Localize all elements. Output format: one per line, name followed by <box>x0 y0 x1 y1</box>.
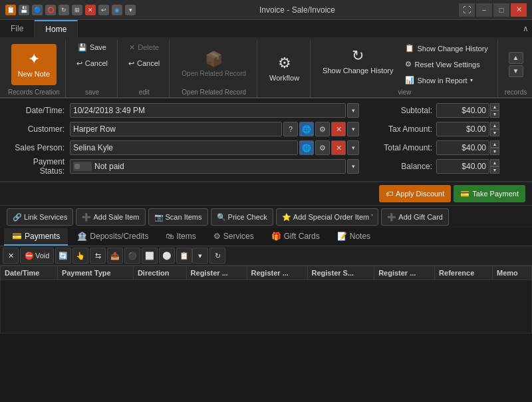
customer-globe-btn[interactable]: 🌐 <box>299 122 314 136</box>
save-button[interactable]: 💾 Save <box>74 40 110 55</box>
tb-save-icon[interactable]: 💾 <box>19 5 29 15</box>
sp-settings-btn[interactable]: ⚙ <box>315 140 330 155</box>
full-screen-btn[interactable]: ⛶ <box>459 3 475 17</box>
subtotal-row: Subtotal: $40.00 ▲ ▼ <box>366 102 525 118</box>
sub-btn7[interactable]: ⚪ <box>159 248 175 264</box>
add-gift-card-button[interactable]: ➕ Add Gift Card <box>381 208 449 226</box>
price-check-button[interactable]: 🔍 Price Check <box>211 208 273 226</box>
payment-status-label: Payment Status: <box>7 157 70 176</box>
link-services-icon: 🔗 <box>13 213 22 222</box>
customer-input[interactable] <box>70 122 282 136</box>
tab-deposits-credits[interactable]: 🏦 Deposits/Credits <box>69 228 156 246</box>
refresh-button[interactable]: ↻ Show Change History <box>317 40 398 81</box>
apply-discount-button[interactable]: 🏷 Apply Discount <box>379 185 451 202</box>
next-record-button[interactable]: ▼ <box>509 65 523 77</box>
link-services-button[interactable]: 🔗 Link Services <box>7 208 73 226</box>
customer-clear-btn[interactable]: ✕ <box>331 122 346 136</box>
new-note-button[interactable]: ✦ New Note <box>11 44 57 85</box>
customer-help-btn[interactable]: ? <box>283 122 298 136</box>
total-down[interactable]: ▼ <box>490 148 499 155</box>
tab-file[interactable]: File <box>0 20 35 37</box>
balance-down[interactable]: ▼ <box>490 166 499 174</box>
sp-globe-btn[interactable]: 🌐 <box>299 140 314 155</box>
total-label: Total Amount: <box>366 143 432 152</box>
notes-tab-icon: 📝 <box>337 232 347 241</box>
datetime-input[interactable] <box>70 103 346 118</box>
sub-refresh-btn[interactable]: ↻ <box>209 248 225 264</box>
open-related-button[interactable]: 📦 Open Related Record <box>176 44 251 85</box>
tax-down[interactable]: ▼ <box>490 129 499 136</box>
balance-up[interactable]: ▲ <box>490 159 499 166</box>
ribbon-collapse-btn[interactable]: ∧ <box>519 20 532 37</box>
tab-payments[interactable]: 💳 Payments <box>4 228 68 246</box>
tb-undo-icon[interactable]: ↩ <box>98 5 109 15</box>
cancel-edit-button[interactable]: ↩ Cancel <box>124 56 164 71</box>
customer-settings-btn[interactable]: ⚙ <box>315 122 330 136</box>
change-history-icon: 📋 <box>405 44 414 53</box>
tb-grid-icon[interactable]: ⊞ <box>72 5 82 15</box>
sub-btn4[interactable]: 📤 <box>107 248 123 264</box>
take-payment-button[interactable]: 💳 Take Payment <box>454 185 525 202</box>
payment-status-dropdown[interactable]: ▾ <box>347 159 359 174</box>
sub-action-btn[interactable]: 📋 <box>176 248 192 264</box>
workflow-button[interactable]: ⚙ Workflow <box>264 47 305 89</box>
open-related-label: Open Related Record <box>182 89 246 97</box>
balance-value-wrap: $40.00 ▲ ▼ <box>436 159 499 174</box>
tb-chevron-icon[interactable]: ▾ <box>125 5 136 15</box>
sub-void-btn[interactable]: ⛔ Void <box>20 248 54 264</box>
price-check-icon: 🔍 <box>217 213 226 222</box>
sub-dropdown-btn[interactable]: ▾ <box>192 248 208 264</box>
sp-dropdown[interactable]: ▾ <box>347 140 359 155</box>
sales-person-input[interactable] <box>70 140 298 155</box>
maximize-btn[interactable]: □ <box>493 3 509 17</box>
records-creation-group: ✦ New Note Records Creation <box>3 40 66 97</box>
customer-dropdown[interactable]: ▾ <box>347 122 359 136</box>
show-in-report-button[interactable]: 📊 Show in Report ▾ <box>401 73 491 88</box>
show-change-history-button[interactable]: 📋 Show Change History <box>401 41 491 56</box>
tax-up[interactable]: ▲ <box>490 122 499 129</box>
sp-clear-btn[interactable]: ✕ <box>331 140 346 155</box>
add-special-order-button[interactable]: ⭐ Add Special Order Item ' <box>276 208 379 226</box>
tb-x-icon[interactable]: ✕ <box>85 5 96 15</box>
col-memo: Memo <box>493 266 532 280</box>
tab-services[interactable]: ⚙ Services <box>205 228 262 246</box>
sub-btn2[interactable]: 👆 <box>72 248 88 264</box>
tab-gift-cards[interactable]: 🎁 Gift Cards <box>263 228 328 246</box>
add-sale-item-button[interactable]: ➕ Add Sale Item <box>76 208 145 226</box>
payment-status-display[interactable]: Not paid <box>70 159 346 174</box>
sub-btn3[interactable]: ⇆ <box>90 248 106 264</box>
total-up[interactable]: ▲ <box>490 140 499 148</box>
total-value-wrap: $40.00 ▲ ▼ <box>436 140 499 155</box>
tb-icon2[interactable]: 🔵 <box>32 5 43 15</box>
tab-home[interactable]: Home <box>35 20 78 37</box>
open-related-icon: 📦 <box>205 51 223 68</box>
subtotal-value: $40.00 <box>436 103 489 118</box>
cancel-button[interactable]: ↩ Cancel <box>72 56 112 71</box>
subtotal-up[interactable]: ▲ <box>490 103 499 110</box>
tb-refresh-icon[interactable]: ↻ <box>59 5 69 15</box>
sub-btn5[interactable]: ⚫ <box>124 248 140 264</box>
sub-btn1[interactable]: 🔄 <box>55 248 71 264</box>
scan-items-button[interactable]: 📷 Scan Items <box>148 208 208 226</box>
col-direction: Direction <box>133 266 186 280</box>
reset-view-settings-button[interactable]: ⚙ Reset View Settings <box>401 57 491 72</box>
sub-delete-btn[interactable]: ✕ <box>3 248 19 264</box>
prev-record-button[interactable]: ▲ <box>509 52 523 64</box>
minimize-btn[interactable]: − <box>476 3 492 17</box>
datetime-dropdown[interactable]: ▾ <box>347 103 359 118</box>
delete-button[interactable]: ✕ Delete <box>125 40 163 55</box>
sub-btn6[interactable]: ⬜ <box>142 248 158 264</box>
window-close-btn[interactable]: ✕ <box>511 3 527 17</box>
tb-nav-icon[interactable]: ◉ <box>112 5 122 15</box>
tab-notes[interactable]: 📝 Notes <box>329 228 378 246</box>
open-related-buttons: 📦 Open Related Record <box>176 40 251 89</box>
edit-group: ✕ Delete ↩ Cancel edit <box>119 40 170 97</box>
customer-row: Customer: ? 🌐 ⚙ ✕ ▾ <box>7 121 359 137</box>
action-buttons-row: 🏷 Apply Discount 💳 Take Payment <box>0 182 532 205</box>
tab-items[interactable]: 🛍 Items <box>158 228 203 246</box>
tb-icon3[interactable]: ⭕ <box>45 5 56 15</box>
tax-value-wrap: $0.00 ▲ ▼ <box>436 122 499 136</box>
record-nav-buttons: ▲ ▼ <box>509 40 523 89</box>
subtotal-down[interactable]: ▼ <box>490 110 499 118</box>
main-content-area: Date/Time: ▾ Customer: ? 🌐 ⚙ ✕ ▾ Sale <box>0 99 532 402</box>
